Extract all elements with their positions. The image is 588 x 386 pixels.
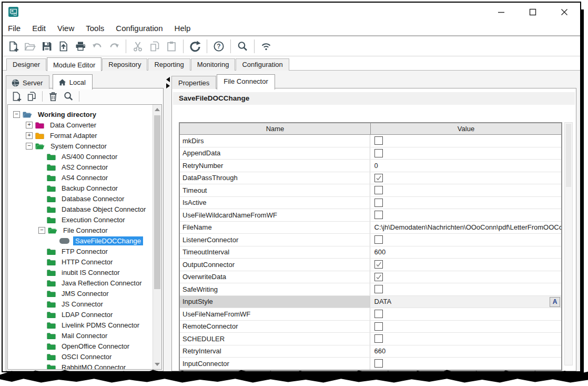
property-value[interactable]: DATAA: [370, 296, 562, 308]
tree-item-rabbitmq-connector[interactable]: RabbitMQ Connector: [8, 362, 153, 369]
tree-item-backup-connector[interactable]: Backup Connector: [8, 183, 153, 193]
property-row-inputstyle[interactable]: InputStyleDATAA: [180, 296, 561, 309]
menu-configuration[interactable]: Configuration: [116, 22, 168, 35]
property-row-overwritedata[interactable]: OverwriteData: [180, 271, 561, 284]
checkbox-unchecked[interactable]: [374, 136, 383, 145]
checkbox-unchecked[interactable]: [374, 211, 383, 219]
tree-item-data-converter[interactable]: +Data Converter: [8, 120, 153, 130]
scroll-down-icon[interactable]: [155, 363, 160, 366]
close-button[interactable]: [558, 6, 571, 18]
tree-item-osci-connector[interactable]: OSCI Connector: [8, 351, 153, 362]
property-row-outputconnector[interactable]: OutputConnector: [180, 259, 561, 271]
menu-view[interactable]: View: [57, 22, 80, 35]
tree-item-system-connector[interactable]: −System Connector: [8, 141, 153, 151]
checkbox-unchecked[interactable]: [374, 334, 383, 343]
tab-properties[interactable]: Properties: [171, 76, 216, 89]
checkbox-unchecked[interactable]: [374, 322, 383, 331]
checkbox-unchecked[interactable]: [374, 359, 383, 368]
panel-splitter[interactable]: [165, 74, 171, 371]
expand-expander-icon[interactable]: +: [26, 122, 33, 128]
open-button[interactable]: [23, 38, 37, 54]
property-row-retrynumber[interactable]: RetryNumber0: [180, 160, 561, 172]
connection-button[interactable]: [259, 38, 273, 54]
tree-scrollbar[interactable]: [153, 105, 161, 369]
property-row-timeout[interactable]: Timeout: [180, 184, 561, 197]
property-value[interactable]: [370, 135, 562, 147]
undo-button[interactable]: [90, 38, 105, 54]
minimize-button[interactable]: [495, 6, 508, 18]
tree-item-file-connector[interactable]: −File Connector: [8, 225, 153, 235]
checkbox-unchecked[interactable]: [374, 310, 383, 318]
expand-expander-icon[interactable]: +: [26, 132, 33, 139]
collapse-left-icon[interactable]: [166, 77, 170, 82]
maximize-button[interactable]: [526, 6, 539, 18]
property-row-filename[interactable]: FileNameC:\jh\Demodaten\Nachrichten\OOoC…: [180, 222, 561, 234]
checkbox-unchecked[interactable]: [374, 149, 383, 157]
tree-item-execution-connector[interactable]: Execution Connector: [8, 214, 153, 225]
tab-local[interactable]: Local: [53, 74, 93, 90]
property-row-timeoutinterval[interactable]: TimeoutInterval600: [180, 246, 561, 259]
checkbox-unchecked[interactable]: [374, 235, 383, 244]
checkbox-unchecked[interactable]: [374, 186, 383, 194]
refresh-button[interactable]: [188, 38, 202, 54]
property-row-mkdirs[interactable]: mkDirs: [180, 135, 561, 147]
property-value[interactable]: [370, 197, 562, 209]
property-row-retryinterval[interactable]: RetryInterval660: [180, 345, 561, 358]
property-value[interactable]: [370, 172, 562, 184]
collapse-expander-icon[interactable]: −: [26, 143, 33, 150]
checkbox-unchecked[interactable]: [374, 285, 383, 293]
property-value[interactable]: [370, 321, 562, 333]
property-value[interactable]: [370, 147, 562, 160]
property-value[interactable]: 0: [370, 160, 562, 172]
tree-item-livelink-pdms-connector[interactable]: Livelink PDMS Connector: [8, 320, 153, 330]
property-row-datapassthrough[interactable]: DataPassThrough: [180, 172, 561, 185]
collapse-expander-icon[interactable]: −: [38, 227, 45, 234]
tab-designer[interactable]: Designer: [6, 58, 46, 71]
tree-item-inubit-is-connector[interactable]: inubit IS Connector: [8, 267, 153, 278]
tree-item-format-adapter[interactable]: +Format Adapter: [8, 130, 153, 141]
tree-item-js-connector[interactable]: JS Connector: [8, 299, 153, 309]
property-value[interactable]: [370, 259, 562, 271]
copy-button[interactable]: [147, 38, 162, 54]
tree-item-ldap-connector[interactable]: LDAP Connector: [8, 309, 153, 320]
tree-item-as2-connector[interactable]: AS2 Connector: [8, 162, 153, 172]
copy-module-button[interactable]: [25, 90, 38, 103]
collapse-right-icon[interactable]: [166, 83, 170, 88]
new-module-button[interactable]: [9, 90, 23, 103]
property-row-usefilewildcardnamefromwf[interactable]: UseFileWildcardNameFromWF: [180, 209, 561, 222]
tree-item-as4-connector[interactable]: AS4 Connector: [8, 172, 153, 183]
search-module-button[interactable]: [62, 90, 75, 103]
table-scrollbar[interactable]: [564, 122, 573, 365]
property-row-inputconnector[interactable]: InputConnector: [180, 358, 561, 370]
tree-item-java-reflection-connector[interactable]: Java Reflection Connector: [8, 278, 153, 288]
property-value[interactable]: [370, 184, 562, 196]
paste-button[interactable]: [164, 38, 179, 54]
property-value[interactable]: 600: [370, 246, 562, 259]
tree-item-database-connector[interactable]: Database Connector: [8, 193, 153, 204]
checkbox-checked[interactable]: [374, 174, 383, 182]
tab-file-connector[interactable]: File Connector: [217, 74, 275, 90]
tab-repository[interactable]: Repository: [102, 58, 147, 71]
new-document-button[interactable]: [6, 38, 21, 54]
scroll-up-icon[interactable]: [155, 108, 160, 111]
property-value[interactable]: [370, 234, 562, 246]
checkbox-checked[interactable]: [374, 260, 383, 269]
checkbox-unchecked[interactable]: [374, 199, 383, 207]
menu-edit[interactable]: Edit: [32, 22, 52, 35]
menu-help[interactable]: Help: [175, 22, 197, 35]
property-row-scheduler[interactable]: SCHEDULER: [180, 333, 561, 345]
property-row-appenddata[interactable]: AppendData: [180, 147, 561, 160]
tree-item-as-400-connector[interactable]: AS/400 Connector: [8, 151, 153, 162]
collapse-expander-icon[interactable]: −: [13, 111, 20, 118]
checkbox-checked[interactable]: [374, 273, 383, 281]
property-value[interactable]: [370, 308, 562, 320]
tab-configuration[interactable]: Configuration: [236, 58, 289, 71]
open-editor-button[interactable]: A: [550, 297, 560, 307]
search-button[interactable]: [235, 38, 250, 54]
print-button[interactable]: [73, 38, 88, 54]
tree-item-savefiledocchange[interactable]: SaveFileDOCChange: [8, 235, 153, 246]
tree-item-working-directory[interactable]: −Working directory: [8, 109, 153, 120]
property-value[interactable]: [370, 358, 562, 370]
tab-monitoring[interactable]: Monitoring: [191, 58, 236, 71]
tree-item-openoffice-connector[interactable]: OpenOffice Connector: [8, 341, 153, 351]
